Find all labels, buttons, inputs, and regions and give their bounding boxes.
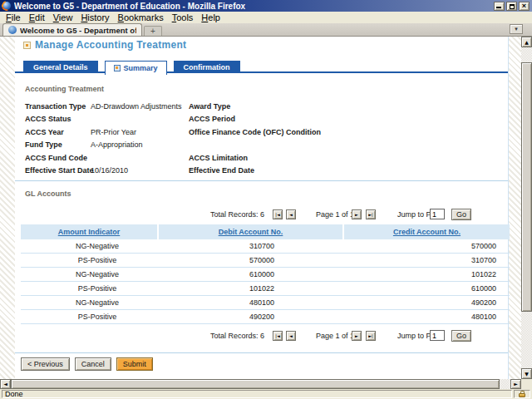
- menu-file[interactable]: File: [2, 12, 25, 23]
- jump-to-page-input[interactable]: [430, 330, 445, 341]
- tab-general-details[interactable]: General Details: [23, 61, 98, 73]
- tab-summary-label: Summary: [124, 64, 158, 72]
- table-header-row: Amount Indicator Debit Account No. Credi…: [21, 224, 510, 239]
- next-page-button[interactable]: ►: [352, 331, 362, 341]
- field-label: ACCS Period: [189, 115, 421, 123]
- scroll-up-icon[interactable]: ▲: [521, 37, 532, 47]
- browser-tab-label: Welcome to G5 - Department of Edu...: [20, 26, 136, 35]
- accounting-treatment-heading: Accounting Treatment: [25, 85, 104, 93]
- minimize-button[interactable]: [494, 2, 505, 11]
- scroll-right-icon[interactable]: ►: [510, 379, 521, 389]
- menu-bookmarks[interactable]: Bookmarks: [114, 12, 168, 23]
- vertical-scrollbar-thumb[interactable]: [521, 62, 532, 312]
- title-bar: Welcome to G5 - Department of Education …: [0, 0, 532, 12]
- security-lock-section[interactable]: [514, 390, 530, 398]
- window-title: Welcome to G5 - Department of Education …: [14, 2, 490, 11]
- menu-history[interactable]: History: [76, 12, 113, 23]
- close-button[interactable]: ×: [519, 2, 530, 11]
- accounting-treatment-fields: Transaction Type AD-Drawdown Adjustments…: [25, 100, 471, 177]
- field-value: A-Appropriation: [91, 140, 189, 149]
- cancel-button[interactable]: Cancel: [75, 357, 111, 371]
- table-row: PS-Positive 570000 310700: [21, 254, 510, 268]
- field-value: PR-Prior Year: [91, 128, 189, 136]
- horizontal-scrollbar[interactable]: ◄ ►: [0, 379, 521, 389]
- field-label: ACCS Year: [25, 128, 91, 136]
- firefox-icon: [2, 2, 11, 10]
- total-records: Total Records: 6: [210, 210, 264, 219]
- next-page-button[interactable]: ►: [352, 209, 362, 219]
- jump-to-page-input[interactable]: [430, 209, 445, 219]
- go-button[interactable]: Go: [451, 330, 471, 342]
- pagination-top: Total Records: 6 |◄ ◄ Page 1 of 1 ► ►| J…: [15, 208, 508, 221]
- browser-window: Welcome to G5 - Department of Education …: [0, 0, 532, 399]
- vertical-scrollbar[interactable]: ▲ ▼: [521, 37, 532, 379]
- summary-tab-icon: [114, 65, 121, 71]
- first-page-button[interactable]: |◄: [273, 331, 283, 341]
- menu-help[interactable]: Help: [197, 12, 224, 23]
- cell-amount-indicator: PS-Positive: [21, 256, 174, 264]
- cell-credit-account: 610000: [404, 284, 521, 293]
- field-label: Fund Type: [25, 140, 91, 149]
- lock-icon: [519, 393, 525, 397]
- total-records-value: 6: [260, 332, 264, 340]
- page-status: Page 1 of 1: [316, 332, 354, 340]
- section-marker-icon: [23, 42, 31, 49]
- cell-debit-account: 480100: [174, 298, 350, 307]
- cell-amount-indicator: PS-Positive: [21, 313, 174, 321]
- previous-page-button[interactable]: ◄: [286, 209, 296, 219]
- horizontal-scrollbar-thumb[interactable]: [11, 379, 500, 389]
- status-bar: Done: [0, 389, 532, 399]
- section-divider: [15, 352, 508, 353]
- cell-amount-indicator: PS-Positive: [21, 284, 174, 293]
- column-header-credit-account[interactable]: Credit Account No.: [344, 224, 510, 239]
- table-row: PS-Positive 101022 610000: [21, 282, 510, 296]
- cell-debit-account: 310700: [174, 242, 350, 250]
- table-row: NG-Negative 480100 490200: [21, 296, 510, 310]
- last-page-button[interactable]: ►|: [366, 331, 376, 341]
- total-records: Total Records: 6: [210, 332, 264, 340]
- tab-confirmation[interactable]: Confirmation: [174, 61, 240, 73]
- list-tabs-button[interactable]: ▾: [510, 24, 523, 34]
- column-header-amount-indicator[interactable]: Amount Indicator: [21, 224, 157, 239]
- g5-page: Manage Accounting Treatment General Deta…: [15, 37, 508, 379]
- previous-page-button[interactable]: ◄: [286, 331, 296, 341]
- field-label: Effective End Date: [189, 166, 421, 175]
- field-value: 10/16/2010: [91, 166, 189, 175]
- first-page-button[interactable]: |◄: [273, 209, 283, 219]
- page-heading: Manage Accounting Treatment: [23, 39, 186, 51]
- table-row: PS-Positive 490200 480100: [21, 310, 510, 324]
- status-text: Done: [2, 390, 512, 398]
- cell-debit-account: 610000: [174, 270, 350, 278]
- submit-button[interactable]: Submit: [116, 357, 153, 371]
- page-viewport: Manage Accounting Treatment General Deta…: [0, 37, 521, 379]
- menu-edit[interactable]: Edit: [25, 12, 49, 23]
- cell-amount-indicator: NG-Negative: [21, 298, 174, 307]
- scroll-down-icon[interactable]: ▼: [521, 368, 532, 379]
- cell-debit-account: 101022: [174, 284, 350, 293]
- page-right-margin: [509, 37, 521, 379]
- table-row: NG-Negative 610000 101022: [21, 268, 510, 282]
- content-right-border: [508, 37, 509, 379]
- gl-accounts-table: Amount Indicator Debit Account No. Credi…: [21, 224, 510, 324]
- last-page-button[interactable]: ►|: [366, 209, 376, 219]
- tab-summary[interactable]: Summary: [105, 61, 167, 75]
- browser-tab-active[interactable]: Welcome to G5 - Department of Edu...: [2, 23, 142, 36]
- menu-view[interactable]: View: [49, 12, 77, 23]
- total-records-value: 6: [260, 210, 264, 219]
- browser-tab-bar: Welcome to G5 - Department of Edu... + ▾: [0, 23, 532, 37]
- gl-accounts-heading: GL Accounts: [25, 190, 71, 198]
- column-header-debit-account[interactable]: Debit Account No.: [159, 224, 342, 239]
- field-label: ACCS Fund Code: [25, 154, 91, 162]
- menu-tools[interactable]: Tools: [168, 12, 198, 23]
- field-label: Transaction Type: [25, 102, 91, 111]
- page-left-margin: [0, 37, 15, 379]
- previous-button[interactable]: < Previous: [21, 357, 70, 371]
- new-tab-button[interactable]: +: [144, 26, 162, 36]
- scroll-left-icon[interactable]: ◄: [0, 379, 11, 389]
- restore-icon: [510, 4, 515, 9]
- table-row: NG-Negative 310700 570000: [21, 239, 510, 254]
- cell-credit-account: 101022: [404, 270, 521, 278]
- restore-button[interactable]: [506, 2, 517, 11]
- field-label: ACCS Limitation: [189, 154, 421, 162]
- go-button[interactable]: Go: [451, 209, 471, 220]
